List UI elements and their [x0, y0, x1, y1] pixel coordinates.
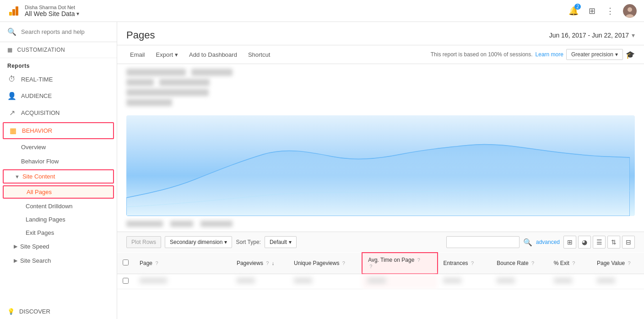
cell-unique-pv	[288, 274, 362, 289]
table-header-row: Page ? Pageviews ? ↓ Unique Pageviews ?	[117, 253, 644, 274]
discover-label: DISCOVER	[19, 308, 50, 315]
blur-element	[126, 79, 154, 86]
svg-rect-1	[9, 12, 12, 16]
notification-badge: 2	[574, 4, 581, 10]
entrances-help-icon[interactable]: ?	[471, 260, 474, 266]
sidebar-item-realtime[interactable]: ⏱ REAL-TIME	[0, 71, 117, 87]
graduation-hat-icon[interactable]: 🎓	[626, 50, 635, 59]
greater-precision-button[interactable]: Greater precision ▾	[566, 49, 623, 60]
page-help-icon[interactable]: ?	[155, 260, 158, 266]
landing-pages-label: Landing Pages	[26, 216, 65, 223]
discover-icon: 💡	[7, 308, 15, 315]
site-speed-label: Site Speed	[20, 243, 49, 250]
date-range-text: Jun 16, 2017 - Jun 22, 2017	[549, 32, 629, 39]
search-box[interactable]: 🔍	[0, 22, 117, 42]
audience-icon: 👤	[7, 92, 16, 100]
view-icons: ⊞ ◕ ☰ ⇅ ⊟	[563, 236, 635, 249]
th-entrances: Entrances ?	[438, 253, 492, 274]
select-all-checkbox[interactable]	[123, 260, 129, 265]
behavior-icon: ▦	[8, 126, 17, 135]
date-range-picker[interactable]: Jun 16, 2017 - Jun 22, 2017 ▾	[549, 32, 635, 39]
table-controls: Plot Rows Secondary dimension ▾ Sort Typ…	[117, 232, 644, 252]
sidebar-item-audience[interactable]: 👤 AUDIENCE	[0, 87, 117, 104]
table-view-button[interactable]: ☰	[593, 236, 606, 249]
user-avatar[interactable]	[623, 4, 637, 18]
table-search-input[interactable]	[446, 236, 520, 248]
sidebar-item-behavior-flow[interactable]: Behavior Flow	[0, 154, 117, 168]
pivot-view-button[interactable]: ⊟	[622, 236, 635, 249]
unique-pv-help-icon[interactable]: ?	[342, 260, 345, 266]
sidebar-item-exit-pages[interactable]: Exit Pages	[0, 226, 117, 239]
search-input[interactable]	[21, 28, 109, 35]
property-name[interactable]: All Web Site Data ▾	[25, 10, 79, 17]
sidebar-item-site-content[interactable]: ▼ Site Content	[3, 169, 114, 184]
sidebar-item-acquisition[interactable]: ↗ ACQUISITION	[0, 104, 117, 121]
sidebar-item-discover[interactable]: 💡 DISCOVER	[0, 304, 117, 319]
learn-more-link[interactable]: Learn more	[536, 51, 563, 58]
table-search-right: 🔍 advanced ⊞ ◕ ☰ ⇅ ⊟	[446, 236, 635, 249]
apps-grid-icon[interactable]: ⊞	[586, 5, 597, 16]
pie-view-button[interactable]: ◕	[578, 236, 591, 249]
sidebar-item-overview[interactable]: Overview	[0, 140, 117, 154]
secondary-dimension-select[interactable]: Secondary dimension ▾	[165, 236, 232, 248]
sidebar-item-all-pages[interactable]: All Pages	[3, 185, 114, 199]
sidebar-item-content-drilldown[interactable]: Content Drilldown	[0, 200, 117, 213]
th-unique-pageviews: Unique Pageviews ?	[288, 253, 362, 274]
exit-pct-help-icon[interactable]: ?	[572, 260, 575, 266]
content-drilldown-label: Content Drilldown	[26, 203, 73, 210]
sidebar-item-customization[interactable]: ▦ CUSTOMIZATION	[0, 42, 117, 58]
blur-element	[200, 221, 233, 227]
checkbox-header[interactable]	[117, 253, 134, 274]
plot-rows-button[interactable]: Plot Rows	[126, 236, 161, 248]
cell-pageviews	[231, 274, 288, 289]
precision-text: This report is based on 100% of sessions…	[431, 51, 533, 58]
site-search-label: Site Search	[20, 257, 51, 264]
header-left: Disha Sharma Dot Net All Web Site Data ▾	[7, 5, 79, 17]
row-checkbox[interactable]	[123, 278, 129, 284]
sidebar-item-behavior[interactable]: ▦ BEHAVIOR	[3, 122, 114, 139]
pageviews-help-icon[interactable]: ?	[266, 260, 269, 266]
ga-logo-icon	[7, 5, 20, 17]
header-right: 🔔 2 ⊞ ⋮	[568, 4, 637, 18]
advanced-link[interactable]: advanced	[536, 239, 560, 245]
chart-top-blur	[126, 69, 635, 106]
blur-element	[191, 69, 233, 76]
svg-rect-2	[12, 9, 15, 16]
audience-label: AUDIENCE	[21, 92, 52, 99]
sort-type-arrow: ▾	[289, 239, 292, 245]
export-button[interactable]: Export ▾	[152, 49, 182, 60]
notifications-icon[interactable]: 🔔 2	[568, 5, 579, 16]
th-pageviews: Pageviews ? ↓	[231, 253, 288, 274]
add-to-dashboard-button[interactable]: Add to Dashboard	[185, 49, 241, 60]
blur-element	[126, 99, 172, 106]
date-range-arrow: ▾	[632, 32, 635, 39]
table-search-button[interactable]: 🔍	[523, 238, 532, 247]
sort-type-select[interactable]: Default ▾	[265, 236, 297, 248]
sidebar-item-site-search[interactable]: ▶ Site Search	[0, 254, 117, 268]
content-header: Pages Jun 16, 2017 - Jun 22, 2017 ▾	[117, 22, 644, 45]
th-exit-pct: % Exit ?	[548, 253, 591, 274]
avg-time-help-icon-2[interactable]: ?	[369, 264, 372, 269]
chart-area	[117, 64, 644, 232]
bounce-rate-help-icon[interactable]: ?	[531, 260, 534, 266]
th-bounce-rate: Bounce Rate ?	[491, 253, 548, 274]
sidebar-item-site-speed[interactable]: ▶ Site Speed	[0, 239, 117, 254]
svg-rect-3	[16, 6, 18, 16]
customization-label: CUSTOMIZATION	[17, 47, 65, 53]
account-name: Disha Sharma Dot Net	[25, 5, 79, 10]
shortcut-button[interactable]: Shortcut	[244, 49, 274, 60]
th-avg-time-on-page: Avg. Time on Page ? ?	[362, 253, 437, 274]
secondary-dimension-arrow: ▾	[224, 239, 227, 245]
comparison-view-button[interactable]: ⇅	[607, 236, 620, 249]
behavior-flow-label: Behavior Flow	[21, 158, 59, 165]
email-button[interactable]: Email	[126, 49, 149, 60]
more-options-icon[interactable]: ⋮	[605, 5, 616, 16]
cell-page	[134, 274, 231, 289]
sidebar-item-landing-pages[interactable]: Landing Pages	[0, 213, 117, 226]
page-value-help-icon[interactable]: ?	[628, 260, 631, 266]
avg-time-help-icon[interactable]: ?	[417, 257, 420, 263]
grid-view-button[interactable]: ⊞	[563, 236, 576, 249]
cell-bounce-rate	[491, 274, 548, 289]
pageviews-sort-indicator: ↓	[272, 260, 275, 266]
chart-svg	[126, 115, 630, 216]
